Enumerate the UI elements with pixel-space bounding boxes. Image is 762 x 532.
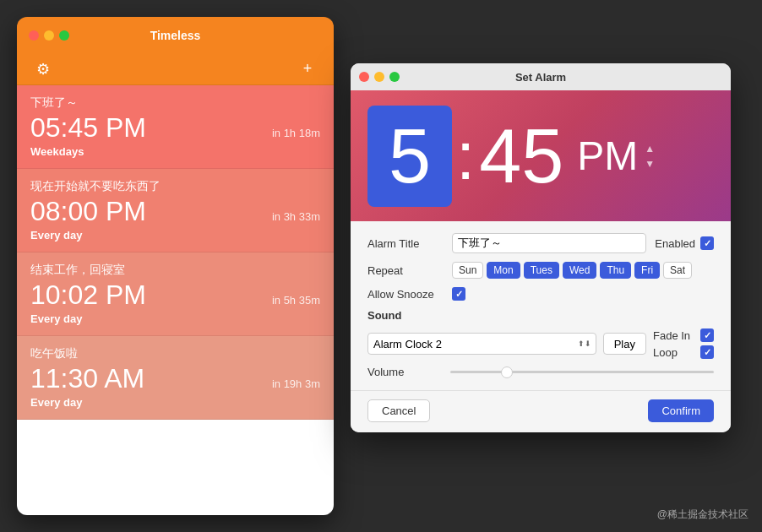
alarm-title-input[interactable] xyxy=(452,233,646,253)
volume-row: Volume xyxy=(367,366,714,378)
loop-label: Loop xyxy=(653,346,695,359)
alarm-repeat: Every day xyxy=(30,396,320,409)
fade-in-checkbox[interactable] xyxy=(700,328,714,342)
spinner-up[interactable]: ▲ xyxy=(645,143,655,155)
sound-select[interactable]: Alarm Clock 2 xyxy=(367,333,596,355)
alarm-countdown: in 3h 33m xyxy=(272,210,320,223)
alarm-time: 05:45 PM xyxy=(30,112,146,144)
timeless-titlebar: Timeless xyxy=(17,17,334,53)
alarm-time-row: 08:00 PM in 3h 33m xyxy=(30,196,320,227)
volume-label: Volume xyxy=(367,366,444,378)
alarm-time: 08:00 PM xyxy=(30,196,146,227)
snooze-label: Allow Snooze xyxy=(367,288,444,301)
set-alarm-traffic-lights xyxy=(359,72,400,82)
set-alarm-window: Set Alarm 5 : 45 PM ▲ ▼ Alarm Title Enab… xyxy=(351,63,731,432)
loop-checkbox[interactable] xyxy=(700,345,714,359)
clock-ampm: PM xyxy=(577,133,638,179)
alarm-title-label: Alarm Title xyxy=(367,237,444,250)
day-mon[interactable]: Mon xyxy=(487,262,520,279)
alarm-countdown: in 5h 35m xyxy=(272,294,320,307)
sound-section: Sound Alarm Clock 2 Play Fade In xyxy=(367,309,714,378)
dialog-maximize-button[interactable] xyxy=(389,72,400,82)
dialog-minimize-button[interactable] xyxy=(374,72,384,82)
alarm-title-row: Alarm Title Enabled xyxy=(367,233,714,253)
alarm-repeat: Every day xyxy=(30,229,320,242)
empty-area xyxy=(17,420,334,515)
alarm-time: 11:30 AM xyxy=(30,363,144,394)
dialog-close-button[interactable] xyxy=(359,72,369,82)
day-sun[interactable]: Sun xyxy=(452,262,483,279)
add-alarm-button[interactable]: + xyxy=(295,57,320,82)
close-button[interactable] xyxy=(29,30,39,41)
enabled-label: Enabled xyxy=(655,237,695,250)
timeless-toolbar: ⚙ + xyxy=(17,53,334,85)
volume-slider[interactable] xyxy=(450,371,714,373)
alarm-countdown: in 1h 18m xyxy=(272,127,320,139)
fade-row: Fade In xyxy=(653,328,714,342)
day-tues[interactable]: Tues xyxy=(524,262,559,279)
sound-title: Sound xyxy=(367,309,714,322)
day-thu[interactable]: Thu xyxy=(600,262,631,279)
form-area: Alarm Title Enabled Repeat Sun Mon Tues … xyxy=(351,221,731,390)
clock-display: 5 : 45 PM ▲ ▼ xyxy=(351,90,731,221)
traffic-lights xyxy=(29,30,69,41)
day-wed[interactable]: Wed xyxy=(563,262,596,279)
fade-in-label: Fade In xyxy=(653,329,695,342)
spinner-down[interactable]: ▼ xyxy=(645,158,655,170)
settings-icon[interactable]: ⚙ xyxy=(30,57,56,82)
alarm-label: 吃午饭啦 xyxy=(30,346,320,361)
fade-loop-group: Fade In Loop xyxy=(653,328,714,359)
sound-select-wrapper: Alarm Clock 2 xyxy=(367,333,596,355)
clock-hour: 5 xyxy=(389,118,431,194)
clock-spinner: ▲ ▼ xyxy=(645,143,655,170)
clock-colon: : xyxy=(456,122,475,190)
alarm-time-row: 05:45 PM in 1h 18m xyxy=(30,112,320,144)
repeat-row: Repeat Sun Mon Tues Wed Thu Fri Sat xyxy=(367,262,714,279)
alarm-label: 现在开始就不要吃东西了 xyxy=(30,179,320,194)
snooze-row: Allow Snooze xyxy=(367,287,714,301)
alarm-time-row: 11:30 AM in 19h 3m xyxy=(30,363,320,394)
clock-minutes: 45 xyxy=(479,118,563,194)
alarm-item[interactable]: 吃午饭啦 11:30 AM in 19h 3m Every day xyxy=(17,336,334,420)
alarm-repeat: Every day xyxy=(30,312,320,325)
alarm-time-row: 10:02 PM in 5h 35m xyxy=(30,280,320,311)
maximize-button[interactable] xyxy=(59,30,69,41)
desktop: Timeless ⚙ + 下班了～ 05:45 PM in 1h 18m Wee… xyxy=(0,0,762,532)
cancel-button[interactable]: Cancel xyxy=(367,399,430,422)
buttons-row: Cancel Confirm xyxy=(351,390,731,432)
alarm-item[interactable]: 结束工作，回寝室 10:02 PM in 5h 35m Every day xyxy=(17,252,334,336)
day-fri[interactable]: Fri xyxy=(634,262,660,279)
alarm-list: 下班了～ 05:45 PM in 1h 18m Weekdays 现在开始就不要… xyxy=(17,85,334,515)
alarm-label: 下班了～ xyxy=(30,95,320,111)
sound-row: Alarm Clock 2 Play Fade In Loop xyxy=(367,328,714,359)
dialog-title: Set Alarm xyxy=(515,71,566,84)
alarm-label: 结束工作，回寝室 xyxy=(30,263,320,278)
day-sat[interactable]: Sat xyxy=(663,262,692,279)
days-row: Sun Mon Tues Wed Thu Fri Sat xyxy=(452,262,692,279)
app-title: Timeless xyxy=(150,29,201,42)
alarm-time: 10:02 PM xyxy=(30,280,146,311)
minimize-button[interactable] xyxy=(44,30,54,41)
alarm-item[interactable]: 现在开始就不要吃东西了 08:00 PM in 3h 33m Every day xyxy=(17,169,334,252)
loop-row: Loop xyxy=(653,345,714,359)
enabled-row: Enabled xyxy=(655,236,714,250)
alarm-repeat: Weekdays xyxy=(30,145,320,158)
repeat-label: Repeat xyxy=(367,264,444,277)
watermark: @稀土掘金技术社区 xyxy=(657,508,748,522)
play-button[interactable]: Play xyxy=(603,333,646,355)
timeless-window: Timeless ⚙ + 下班了～ 05:45 PM in 1h 18m Wee… xyxy=(17,17,334,515)
set-alarm-titlebar: Set Alarm xyxy=(351,63,731,90)
hour-block: 5 xyxy=(367,106,452,207)
snooze-checkbox[interactable] xyxy=(452,287,465,301)
enabled-checkbox[interactable] xyxy=(700,236,714,250)
alarm-item[interactable]: 下班了～ 05:45 PM in 1h 18m Weekdays xyxy=(17,85,334,169)
alarm-countdown: in 19h 3m xyxy=(272,377,320,390)
confirm-button[interactable]: Confirm xyxy=(648,399,714,422)
